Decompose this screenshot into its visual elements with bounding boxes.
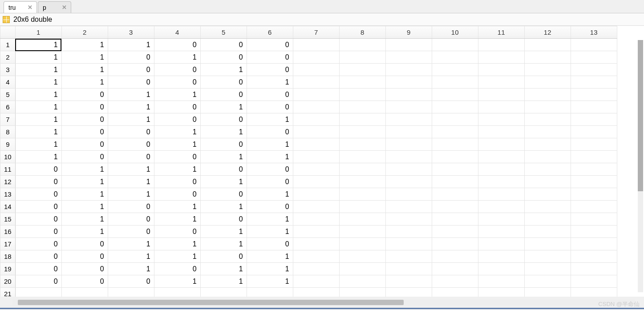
data-cell[interactable] bbox=[385, 238, 432, 250]
data-cell[interactable]: 1 bbox=[108, 101, 154, 113]
data-cell[interactable] bbox=[524, 89, 571, 101]
data-cell[interactable] bbox=[524, 213, 571, 225]
data-cell[interactable]: 0 bbox=[200, 163, 247, 176]
data-cell[interactable] bbox=[571, 39, 617, 51]
data-cell[interactable] bbox=[571, 151, 617, 163]
data-cell[interactable]: 1 bbox=[61, 163, 108, 176]
data-cell[interactable]: 0 bbox=[15, 163, 61, 176]
data-cell[interactable]: 0 bbox=[108, 138, 154, 151]
data-cell[interactable] bbox=[293, 39, 339, 51]
data-cell[interactable]: 0 bbox=[15, 275, 61, 288]
data-cell[interactable] bbox=[478, 176, 524, 188]
data-cell[interactable] bbox=[571, 76, 617, 89]
data-cell[interactable]: 1 bbox=[154, 89, 200, 101]
data-cell[interactable]: 1 bbox=[247, 213, 293, 225]
data-cell[interactable] bbox=[478, 250, 524, 263]
data-cell[interactable]: 0 bbox=[154, 76, 200, 89]
data-cell[interactable] bbox=[385, 188, 432, 201]
data-cell[interactable] bbox=[478, 89, 524, 101]
column-header[interactable]: 4 bbox=[154, 26, 200, 39]
data-cell[interactable]: 0 bbox=[200, 138, 247, 151]
data-cell[interactable]: 0 bbox=[108, 201, 154, 213]
data-cell[interactable]: 1 bbox=[108, 39, 154, 51]
data-cell[interactable] bbox=[293, 51, 339, 64]
data-cell[interactable]: 1 bbox=[200, 238, 247, 250]
data-cell[interactable]: 0 bbox=[154, 263, 200, 275]
data-cell[interactable]: 1 bbox=[15, 126, 61, 138]
data-cell[interactable] bbox=[61, 288, 108, 297]
data-cell[interactable] bbox=[339, 225, 385, 238]
data-cell[interactable] bbox=[339, 126, 385, 138]
data-cell[interactable] bbox=[571, 126, 617, 138]
data-cell[interactable]: 0 bbox=[15, 250, 61, 263]
data-cell[interactable] bbox=[524, 263, 571, 275]
column-header[interactable]: 9 bbox=[385, 26, 432, 39]
data-cell[interactable]: 1 bbox=[108, 176, 154, 188]
data-cell[interactable] bbox=[524, 51, 571, 64]
data-cell[interactable]: 0 bbox=[200, 51, 247, 64]
vertical-scrollbar-thumb[interactable] bbox=[638, 40, 643, 191]
data-cell[interactable]: 1 bbox=[200, 275, 247, 288]
data-cell[interactable] bbox=[571, 225, 617, 238]
data-cell[interactable] bbox=[432, 250, 478, 263]
data-cell[interactable] bbox=[571, 113, 617, 126]
data-cell[interactable]: 0 bbox=[15, 213, 61, 225]
column-header[interactable]: 10 bbox=[432, 26, 478, 39]
data-cell[interactable] bbox=[432, 275, 478, 288]
row-header[interactable]: 5 bbox=[0, 89, 16, 101]
data-cell[interactable] bbox=[571, 213, 617, 225]
row-header[interactable]: 14 bbox=[0, 201, 16, 213]
data-cell[interactable] bbox=[524, 275, 571, 288]
data-cell[interactable] bbox=[478, 213, 524, 225]
data-cell[interactable] bbox=[432, 101, 478, 113]
data-cell[interactable] bbox=[524, 113, 571, 126]
data-cell[interactable] bbox=[524, 188, 571, 201]
data-cell[interactable] bbox=[108, 288, 154, 297]
data-cell[interactable]: 0 bbox=[154, 101, 200, 113]
data-grid[interactable]: 12345678910111213 1111000211010031100104… bbox=[0, 26, 617, 297]
data-cell[interactable] bbox=[524, 176, 571, 188]
data-cell[interactable] bbox=[571, 188, 617, 201]
data-cell[interactable]: 0 bbox=[108, 213, 154, 225]
data-cell[interactable] bbox=[339, 201, 385, 213]
data-cell[interactable] bbox=[339, 163, 385, 176]
data-cell[interactable] bbox=[478, 76, 524, 89]
data-cell[interactable]: 1 bbox=[61, 51, 108, 64]
data-cell[interactable]: 1 bbox=[247, 225, 293, 238]
column-header[interactable]: 13 bbox=[571, 26, 617, 39]
data-cell[interactable]: 0 bbox=[247, 51, 293, 64]
row-header[interactable]: 13 bbox=[0, 188, 16, 201]
data-cell[interactable]: 1 bbox=[15, 138, 61, 151]
data-cell[interactable]: 0 bbox=[61, 238, 108, 250]
data-cell[interactable] bbox=[293, 76, 339, 89]
data-cell[interactable] bbox=[432, 188, 478, 201]
data-cell[interactable] bbox=[385, 213, 432, 225]
data-cell[interactable] bbox=[339, 263, 385, 275]
data-cell[interactable] bbox=[524, 163, 571, 176]
data-cell[interactable] bbox=[293, 201, 339, 213]
data-cell[interactable] bbox=[385, 225, 432, 238]
data-cell[interactable]: 0 bbox=[61, 250, 108, 263]
data-cell[interactable] bbox=[385, 250, 432, 263]
data-cell[interactable] bbox=[478, 39, 524, 51]
data-cell[interactable] bbox=[432, 213, 478, 225]
row-header[interactable]: 6 bbox=[0, 101, 16, 113]
data-cell[interactable]: 1 bbox=[15, 64, 61, 76]
data-cell[interactable] bbox=[339, 275, 385, 288]
data-cell[interactable] bbox=[432, 225, 478, 238]
data-cell[interactable]: 0 bbox=[154, 39, 200, 51]
data-cell[interactable] bbox=[293, 188, 339, 201]
vertical-scrollbar[interactable] bbox=[638, 40, 643, 292]
data-cell[interactable]: 0 bbox=[15, 225, 61, 238]
data-cell[interactable] bbox=[524, 101, 571, 113]
data-cell[interactable]: 1 bbox=[154, 126, 200, 138]
data-cell[interactable]: 1 bbox=[61, 225, 108, 238]
data-cell[interactable]: 0 bbox=[200, 113, 247, 126]
row-header[interactable]: 2 bbox=[0, 51, 16, 64]
data-cell[interactable]: 1 bbox=[154, 213, 200, 225]
data-cell[interactable] bbox=[478, 113, 524, 126]
data-cell[interactable] bbox=[339, 213, 385, 225]
data-cell[interactable]: 0 bbox=[15, 263, 61, 275]
data-cell[interactable]: 0 bbox=[61, 126, 108, 138]
data-cell[interactable]: 0 bbox=[247, 238, 293, 250]
